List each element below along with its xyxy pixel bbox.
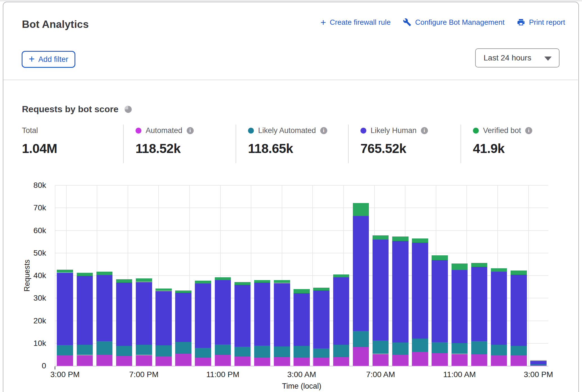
bar-segment-likely-human[interactable] <box>313 290 330 348</box>
bar-segment-likely-automated[interactable] <box>215 344 231 355</box>
bar-segment-verified-bot[interactable] <box>333 274 349 277</box>
bar-segment-likely-automated[interactable] <box>195 348 211 358</box>
bar-segment-likely-automated[interactable] <box>333 345 349 357</box>
bar-segment-automated[interactable] <box>432 353 448 366</box>
bar-segment-likely-automated[interactable] <box>294 346 310 358</box>
bar-segment-automated[interactable] <box>175 354 191 366</box>
bar-segment-verified-bot[interactable] <box>136 278 152 282</box>
bar-segment-likely-human[interactable] <box>215 280 231 344</box>
bar-segment-automated[interactable] <box>195 358 211 366</box>
bar-segment-automated[interactable] <box>215 355 231 366</box>
bar-segment-likely-human[interactable] <box>57 273 73 345</box>
bar-segment-likely-human[interactable] <box>452 270 468 343</box>
bar-segment-verified-bot[interactable] <box>511 271 527 275</box>
bar-segment-likely-automated[interactable] <box>452 343 468 354</box>
bar-segment-automated[interactable] <box>471 354 488 366</box>
bar-segment-likely-automated[interactable] <box>511 346 527 356</box>
bar-segment-automated[interactable] <box>155 356 172 366</box>
bar-segment-likely-automated[interactable] <box>313 348 330 358</box>
bar-segment-automated[interactable] <box>530 365 547 366</box>
bar-segment-likely-human[interactable] <box>294 293 310 346</box>
bar-segment-likely-automated[interactable] <box>373 341 389 354</box>
bar-segment-verified-bot[interactable] <box>175 290 191 293</box>
bar-segment-automated[interactable] <box>452 354 468 366</box>
bar-segment-likely-human[interactable] <box>77 276 93 345</box>
bar-segment-verified-bot[interactable] <box>57 270 73 272</box>
bar-segment-verified-bot[interactable] <box>77 273 93 276</box>
bar-segment-automated[interactable] <box>511 355 527 366</box>
bar-segment-likely-human[interactable] <box>373 240 389 341</box>
bar-segment-likely-human[interactable] <box>254 283 270 346</box>
bar-segment-likely-human[interactable] <box>412 243 428 339</box>
bar-segment-verified-bot[interactable] <box>116 279 132 283</box>
bar-segment-likely-human[interactable] <box>274 283 290 347</box>
bar-segment-likely-automated[interactable] <box>234 347 251 357</box>
bar-segment-likely-automated[interactable] <box>96 341 113 355</box>
bar-segment-likely-automated[interactable] <box>254 346 270 358</box>
bar-segment-verified-bot[interactable] <box>294 289 310 293</box>
bar-segment-automated[interactable] <box>116 356 132 366</box>
bar-segment-verified-bot[interactable] <box>373 235 389 239</box>
bar-segment-verified-bot[interactable] <box>392 236 409 241</box>
bar-segment-verified-bot[interactable] <box>96 272 113 275</box>
bar-segment-likely-human[interactable] <box>353 216 369 331</box>
bar-segment-verified-bot[interactable] <box>254 280 270 283</box>
bar-segment-automated[interactable] <box>96 355 113 366</box>
bar-segment-automated[interactable] <box>274 357 290 366</box>
bar-segment-likely-automated[interactable] <box>175 342 191 354</box>
bar-segment-likely-human[interactable] <box>491 272 507 345</box>
bar-segment-verified-bot[interactable] <box>234 282 251 285</box>
bar-segment-likely-automated[interactable] <box>155 345 172 356</box>
bar-segment-likely-automated[interactable] <box>471 341 488 354</box>
bar-segment-likely-human[interactable] <box>511 275 527 346</box>
bar-segment-likely-automated[interactable] <box>491 345 507 355</box>
bar-segment-likely-human[interactable] <box>530 361 547 365</box>
bar-segment-verified-bot[interactable] <box>530 360 547 361</box>
bar-segment-automated[interactable] <box>234 357 251 366</box>
bar-segment-likely-automated[interactable] <box>77 345 93 355</box>
bar-segment-likely-human[interactable] <box>195 283 211 348</box>
bar-segment-likely-human[interactable] <box>471 267 488 341</box>
bar-segment-likely-human[interactable] <box>136 282 152 345</box>
bar-segment-likely-human[interactable] <box>392 241 409 343</box>
bar-segment-automated[interactable] <box>313 358 330 366</box>
bar-segment-likely-human[interactable] <box>96 275 113 341</box>
bar-segment-verified-bot[interactable] <box>432 255 448 260</box>
bar-segment-verified-bot[interactable] <box>491 268 507 272</box>
bar-segment-likely-human[interactable] <box>175 293 191 342</box>
bar-segment-verified-bot[interactable] <box>155 289 172 291</box>
bar-segment-automated[interactable] <box>373 354 389 366</box>
bar-segment-automated[interactable] <box>136 355 152 366</box>
bar-segment-likely-automated[interactable] <box>353 331 369 347</box>
bar-segment-likely-automated[interactable] <box>392 343 409 355</box>
bar-segment-automated[interactable] <box>77 355 93 366</box>
bar-segment-likely-human[interactable] <box>234 285 251 347</box>
bar-segment-likely-automated[interactable] <box>432 342 448 353</box>
bar-segment-automated[interactable] <box>57 355 73 366</box>
bar-segment-likely-automated[interactable] <box>57 345 73 355</box>
bar-segment-verified-bot[interactable] <box>215 277 231 280</box>
bar-segment-verified-bot[interactable] <box>471 263 488 267</box>
bar-segment-likely-human[interactable] <box>333 277 349 345</box>
bar-segment-automated[interactable] <box>333 357 349 366</box>
bar-segment-automated[interactable] <box>294 357 310 366</box>
bar-segment-automated[interactable] <box>491 355 507 366</box>
bar-segment-likely-human[interactable] <box>155 291 172 345</box>
bar-segment-verified-bot[interactable] <box>313 288 330 290</box>
bar-segment-verified-bot[interactable] <box>195 281 211 283</box>
bar-segment-likely-automated[interactable] <box>412 339 428 352</box>
bar-segment-automated[interactable] <box>392 355 409 366</box>
bar-segment-likely-automated[interactable] <box>116 346 132 356</box>
bar-segment-verified-bot[interactable] <box>452 263 468 270</box>
bar-segment-likely-automated[interactable] <box>274 346 290 357</box>
bar-segment-verified-bot[interactable] <box>274 280 290 283</box>
bar-segment-likely-automated[interactable] <box>136 345 152 355</box>
bar-segment-verified-bot[interactable] <box>353 203 369 216</box>
bar-segment-verified-bot[interactable] <box>412 238 428 243</box>
bar-segment-likely-human[interactable] <box>432 260 448 342</box>
bar-segment-automated[interactable] <box>254 357 270 366</box>
bar-segment-automated[interactable] <box>412 352 428 366</box>
bar-segment-automated[interactable] <box>353 347 369 366</box>
bar-segment-likely-human[interactable] <box>116 283 132 346</box>
bar-segment-likely-automated[interactable] <box>530 364 547 365</box>
